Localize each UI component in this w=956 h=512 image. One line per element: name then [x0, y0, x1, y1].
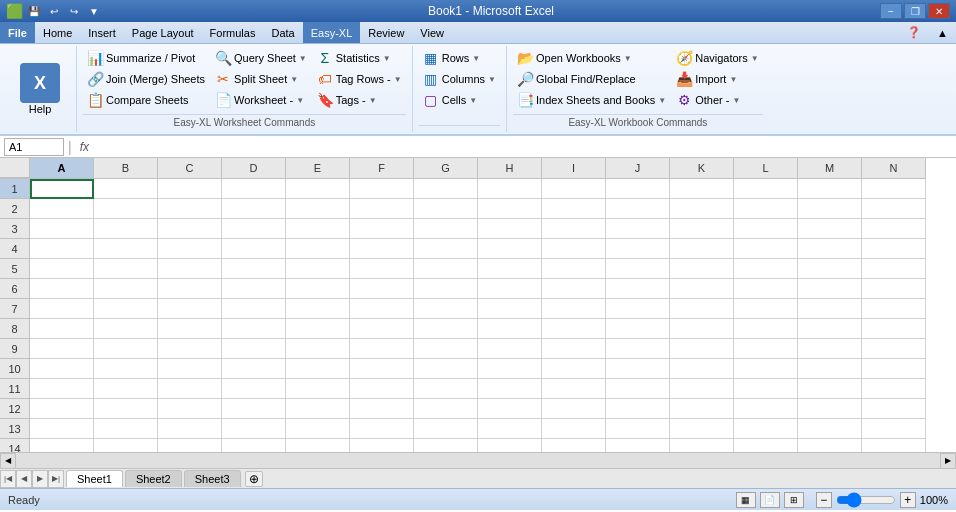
- cell-E2[interactable]: [286, 199, 350, 219]
- row-header-13[interactable]: 13: [0, 419, 30, 439]
- row-header-4[interactable]: 4: [0, 239, 30, 259]
- cell-J11[interactable]: [606, 379, 670, 399]
- cell-D11[interactable]: [222, 379, 286, 399]
- cell-J3[interactable]: [606, 219, 670, 239]
- cell-I3[interactable]: [542, 219, 606, 239]
- menu-view[interactable]: View: [412, 22, 452, 43]
- cell-K1[interactable]: [670, 179, 734, 199]
- tag-rows-button[interactable]: 🏷 Tag Rows - ▼: [313, 69, 406, 89]
- col-header-C[interactable]: C: [158, 158, 222, 178]
- cell-B10[interactable]: [94, 359, 158, 379]
- cell-C6[interactable]: [158, 279, 222, 299]
- cell-G14[interactable]: [414, 439, 478, 452]
- row-header-3[interactable]: 3: [0, 219, 30, 239]
- menu-home[interactable]: Home: [35, 22, 80, 43]
- cell-C14[interactable]: [158, 439, 222, 452]
- menu-review[interactable]: Review: [360, 22, 412, 43]
- col-header-K[interactable]: K: [670, 158, 734, 178]
- cell-C7[interactable]: [158, 299, 222, 319]
- cell-K14[interactable]: [670, 439, 734, 452]
- sheet-tab-sheet1[interactable]: Sheet1: [66, 470, 123, 487]
- cell-G9[interactable]: [414, 339, 478, 359]
- cell-G5[interactable]: [414, 259, 478, 279]
- cell-I13[interactable]: [542, 419, 606, 439]
- sheet-tab-sheet3[interactable]: Sheet3: [184, 470, 241, 487]
- cell-A7[interactable]: [30, 299, 94, 319]
- zoom-slider[interactable]: [836, 496, 896, 504]
- col-header-F[interactable]: F: [350, 158, 414, 178]
- cell-F14[interactable]: [350, 439, 414, 452]
- cell-C3[interactable]: [158, 219, 222, 239]
- cell-A1[interactable]: [30, 179, 94, 199]
- sheet-nav-last[interactable]: ▶|: [48, 470, 64, 488]
- row-header-12[interactable]: 12: [0, 399, 30, 419]
- columns-button[interactable]: ▥ Columns ▼: [419, 69, 500, 89]
- cell-L4[interactable]: [734, 239, 798, 259]
- cell-M8[interactable]: [798, 319, 862, 339]
- cell-I5[interactable]: [542, 259, 606, 279]
- col-header-E[interactable]: E: [286, 158, 350, 178]
- cell-C2[interactable]: [158, 199, 222, 219]
- cell-K7[interactable]: [670, 299, 734, 319]
- cell-M4[interactable]: [798, 239, 862, 259]
- help-icon-btn[interactable]: ❓: [899, 22, 929, 43]
- cell-G4[interactable]: [414, 239, 478, 259]
- cell-H11[interactable]: [478, 379, 542, 399]
- new-sheet-button[interactable]: ⊕: [245, 471, 263, 487]
- cell-L3[interactable]: [734, 219, 798, 239]
- row-header-10[interactable]: 10: [0, 359, 30, 379]
- cell-L10[interactable]: [734, 359, 798, 379]
- cell-D7[interactable]: [222, 299, 286, 319]
- cell-F12[interactable]: [350, 399, 414, 419]
- hscroll-left[interactable]: ◀: [0, 453, 16, 469]
- cell-D8[interactable]: [222, 319, 286, 339]
- cell-C11[interactable]: [158, 379, 222, 399]
- cell-C8[interactable]: [158, 319, 222, 339]
- cell-N9[interactable]: [862, 339, 926, 359]
- row-header-14[interactable]: 14: [0, 439, 30, 452]
- col-header-I[interactable]: I: [542, 158, 606, 178]
- cell-E12[interactable]: [286, 399, 350, 419]
- cell-F13[interactable]: [350, 419, 414, 439]
- cell-F5[interactable]: [350, 259, 414, 279]
- col-header-M[interactable]: M: [798, 158, 862, 178]
- cell-I6[interactable]: [542, 279, 606, 299]
- cell-H10[interactable]: [478, 359, 542, 379]
- cell-K6[interactable]: [670, 279, 734, 299]
- cell-N10[interactable]: [862, 359, 926, 379]
- cell-M10[interactable]: [798, 359, 862, 379]
- col-header-N[interactable]: N: [862, 158, 926, 178]
- cell-E6[interactable]: [286, 279, 350, 299]
- tags-button[interactable]: 🔖 Tags - ▼: [313, 90, 406, 110]
- col-header-B[interactable]: B: [94, 158, 158, 178]
- cell-H2[interactable]: [478, 199, 542, 219]
- row-header-8[interactable]: 8: [0, 319, 30, 339]
- cell-J8[interactable]: [606, 319, 670, 339]
- cell-E3[interactable]: [286, 219, 350, 239]
- minimize-button[interactable]: −: [880, 3, 902, 19]
- cell-N2[interactable]: [862, 199, 926, 219]
- cell-C1[interactable]: [158, 179, 222, 199]
- cell-L12[interactable]: [734, 399, 798, 419]
- cell-J1[interactable]: [606, 179, 670, 199]
- cell-N8[interactable]: [862, 319, 926, 339]
- cell-L13[interactable]: [734, 419, 798, 439]
- cell-M7[interactable]: [798, 299, 862, 319]
- cell-I10[interactable]: [542, 359, 606, 379]
- cell-G3[interactable]: [414, 219, 478, 239]
- cell-B14[interactable]: [94, 439, 158, 452]
- summarize-pivot-button[interactable]: 📊 Summarize / Pivot: [83, 48, 209, 68]
- cell-D6[interactable]: [222, 279, 286, 299]
- cell-J10[interactable]: [606, 359, 670, 379]
- cell-H1[interactable]: [478, 179, 542, 199]
- cell-H3[interactable]: [478, 219, 542, 239]
- cell-B7[interactable]: [94, 299, 158, 319]
- cell-L7[interactable]: [734, 299, 798, 319]
- cell-A5[interactable]: [30, 259, 94, 279]
- zoom-plus-button[interactable]: +: [900, 492, 916, 508]
- cell-M11[interactable]: [798, 379, 862, 399]
- cell-E1[interactable]: [286, 179, 350, 199]
- row-header-2[interactable]: 2: [0, 199, 30, 219]
- cell-M13[interactable]: [798, 419, 862, 439]
- cell-N11[interactable]: [862, 379, 926, 399]
